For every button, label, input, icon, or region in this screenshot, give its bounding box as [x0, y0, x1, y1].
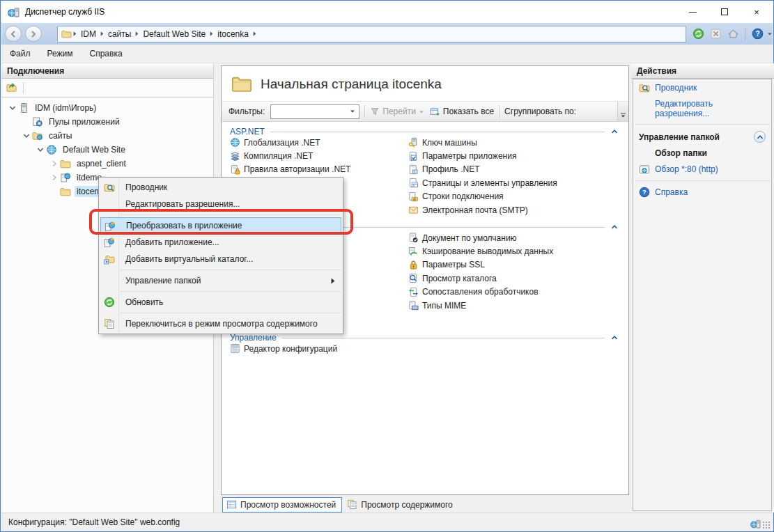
- page-ab-icon: ab: [408, 191, 419, 202]
- context-menu-item[interactable]: Обновить: [100, 294, 341, 311]
- cache-arrows-icon: [408, 247, 419, 257]
- filter-combobox[interactable]: [270, 104, 359, 119]
- tree-item--[interactable]: Пулы приложений: [1, 115, 213, 129]
- actions-header: Действия: [631, 63, 774, 79]
- maximize-button[interactable]: [709, 1, 741, 23]
- feature-item[interactable]: Глобализация .NET: [230, 136, 350, 149]
- help-button[interactable]: ?: [750, 26, 765, 42]
- feature-item[interactable]: Правила авторизации .NET: [230, 163, 350, 176]
- feature-item[interactable]: Сопоставления обработчиков: [408, 285, 553, 299]
- breadcrumb-segment[interactable]: Default Web Site: [140, 29, 208, 39]
- tree-expander-icon[interactable]: [49, 158, 60, 169]
- help-circle-icon: ?: [639, 187, 650, 198]
- close-button[interactable]: ×: [741, 1, 773, 23]
- context-menu: ПроводникРедактировать разрешения...Прео…: [98, 177, 343, 334]
- back-button[interactable]: [5, 26, 22, 42]
- menu-item-файл[interactable]: Файл: [1, 46, 39, 61]
- tree-expander-icon[interactable]: [49, 172, 60, 183]
- breadcrumb-segment[interactable]: сайты: [105, 29, 134, 39]
- forward-button[interactable]: [25, 26, 42, 42]
- feature-item[interactable]: Профиль .NET: [408, 163, 557, 176]
- server-icon: [18, 102, 29, 114]
- tree-expander-icon[interactable]: [35, 144, 46, 155]
- feature-item[interactable]: Страницы и элементы управления: [408, 176, 557, 189]
- feature-item[interactable]: Документ по умолчанию: [408, 231, 553, 244]
- breadcrumb-segment[interactable]: IDM: [78, 29, 99, 39]
- menu-item-режим[interactable]: Режим: [39, 46, 82, 61]
- section-collapse-icon[interactable]: [610, 334, 619, 342]
- tree-item-default-web-site[interactable]: Default Web Site: [1, 143, 213, 157]
- feature-item[interactable]: Кэширование выводимых данных: [408, 244, 553, 258]
- page-arrows-icon: [408, 287, 419, 297]
- create-connection-glyph: [6, 82, 17, 93]
- view-tabs: Просмотр возможностейПросмотр содержимог…: [214, 495, 631, 514]
- action-link[interactable]: ?Справка: [633, 184, 771, 201]
- section-collapse-icon[interactable]: [610, 223, 619, 231]
- group-by-label: Сгруппировать по:: [504, 107, 576, 116]
- page-folder-glyph: [231, 73, 252, 94]
- gear-page-icon: [32, 116, 43, 127]
- home-glyph: [727, 28, 739, 40]
- context-menu-item[interactable]: Добавить приложение...: [100, 234, 341, 251]
- toolbar-overflow-button[interactable]: [617, 102, 628, 121]
- page-lock-icon: [230, 164, 240, 175]
- refresh-button[interactable]: [690, 26, 706, 42]
- breadcrumb[interactable]: IDMсайтыDefault Web Siteitocenka: [57, 26, 686, 42]
- tree-item--[interactable]: сайты: [1, 129, 213, 143]
- breadcrumb-segment[interactable]: itocenka: [215, 29, 251, 39]
- connections-title: Подключения: [7, 66, 64, 76]
- context-menu-item[interactable]: Редактировать разрешения...: [100, 196, 341, 212]
- funnel-glyph: [370, 107, 380, 116]
- actions-body: ПроводникРедактировать разрешения...Упра…: [633, 79, 772, 511]
- connections-toolbar: [1, 79, 213, 97]
- section-collapse-icon[interactable]: [610, 127, 619, 136]
- show-all-button[interactable]: Показать все: [443, 107, 494, 116]
- folder-magnifier-icon: [639, 82, 650, 93]
- submenu-arrow-icon: [330, 278, 336, 284]
- folder-magnifier-icon: [104, 182, 115, 193]
- feature-item[interactable]: Ключ машины: [408, 136, 557, 149]
- context-menu-item[interactable]: Проводник: [100, 179, 341, 196]
- tree-expander-icon[interactable]: [49, 186, 60, 197]
- tree-item-aspnet-client[interactable]: aspnet_client: [1, 157, 213, 171]
- feature-item[interactable]: Параметры SSL: [408, 258, 553, 272]
- svg-text:ab: ab: [413, 197, 417, 201]
- folder-globe-icon: [32, 130, 43, 141]
- feature-item[interactable]: Редактор конфигураций: [230, 342, 337, 355]
- page-title: Начальная страница itocenka: [261, 77, 442, 92]
- tab-content-view[interactable]: Просмотр содержимого: [343, 497, 458, 513]
- breadcrumb-arrow-icon: [251, 31, 258, 37]
- feature-item[interactable]: 101Типы MIME: [408, 299, 553, 312]
- resize-grip[interactable]: [762, 521, 771, 529]
- context-menu-item[interactable]: Переключиться в режим просмотра содержим…: [100, 315, 341, 332]
- app-star-icon: [105, 221, 116, 232]
- stop-button[interactable]: [708, 26, 723, 42]
- feature-item[interactable]: Просмотр каталога: [408, 272, 553, 285]
- show-all-icon: [430, 107, 440, 117]
- help-dropdown-caret[interactable]: [767, 31, 773, 37]
- minimize-button[interactable]: [676, 1, 709, 23]
- tree-expander-icon[interactable]: [7, 102, 18, 114]
- feature-item[interactable]: Компиляция .NET: [230, 149, 350, 162]
- tab-features-view[interactable]: Просмотр возможностей: [222, 497, 342, 513]
- action-link[interactable]: Редактировать разрешения...: [633, 96, 771, 121]
- context-menu-item[interactable]: Добавить виртуальный каталог...: [100, 251, 341, 267]
- action-link[interactable]: Обзор *:80 (http): [633, 161, 771, 178]
- page-check-icon: [408, 151, 419, 162]
- stop-glyph: [710, 28, 722, 40]
- feature-item[interactable]: abСтроки подключения: [408, 190, 557, 203]
- context-menu-item[interactable]: Преобразовать в приложение: [100, 217, 341, 234]
- breadcrumb-arrow-icon: [208, 31, 215, 37]
- go-button[interactable]: Перейти: [382, 107, 416, 116]
- context-menu-item[interactable]: Управление папкой: [100, 272, 341, 289]
- feature-item[interactable]: Параметры приложения: [408, 149, 557, 162]
- tree-expander-icon[interactable]: [21, 116, 32, 127]
- action-link[interactable]: Проводник: [633, 79, 771, 96]
- feature-item[interactable]: Электронная почта (SMTP): [408, 203, 557, 217]
- tree-item-idm-idm-[interactable]: IDM (idm\Игорь): [1, 101, 213, 115]
- create-connection-icon[interactable]: [6, 82, 17, 93]
- tree-expander-icon[interactable]: [21, 130, 32, 141]
- menu-item-справка[interactable]: Справка: [82, 46, 131, 61]
- group-collapse-button[interactable]: [754, 131, 766, 143]
- home-button[interactable]: [725, 26, 741, 42]
